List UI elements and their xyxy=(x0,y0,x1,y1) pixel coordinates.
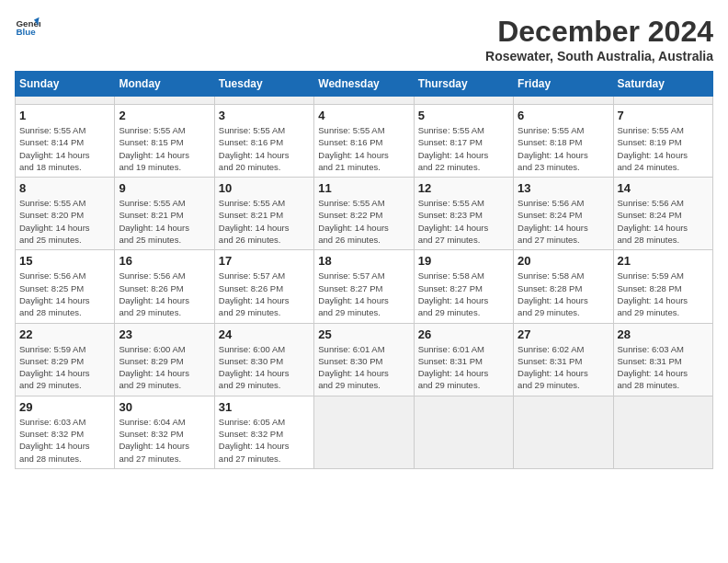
col-tuesday: Tuesday xyxy=(214,72,313,97)
day-detail: Sunrise: 5:57 AMSunset: 8:26 PMDaylight:… xyxy=(219,270,310,318)
day-number: 16 xyxy=(119,254,210,268)
calendar-row: 22Sunrise: 5:59 AMSunset: 8:29 PMDayligh… xyxy=(16,323,713,396)
header-row: Sunday Monday Tuesday Wednesday Thursday… xyxy=(16,72,713,97)
day-detail: Sunrise: 6:00 AMSunset: 8:29 PMDaylight:… xyxy=(119,343,210,392)
day-number: 21 xyxy=(618,254,709,268)
table-row: 26Sunrise: 6:01 AMSunset: 8:31 PMDayligh… xyxy=(414,323,513,396)
table-row: 27Sunrise: 6:02 AMSunset: 8:31 PMDayligh… xyxy=(514,323,613,396)
table-row: 23Sunrise: 6:00 AMSunset: 8:29 PMDayligh… xyxy=(115,323,214,396)
table-row: 9Sunrise: 5:55 AMSunset: 8:21 PMDaylight… xyxy=(115,178,214,250)
table-row xyxy=(115,97,214,105)
day-number: 9 xyxy=(119,181,210,195)
day-detail: Sunrise: 5:55 AMSunset: 8:23 PMDaylight:… xyxy=(418,197,509,246)
day-number: 19 xyxy=(418,254,509,268)
day-number: 14 xyxy=(618,181,709,195)
svg-text:Blue: Blue xyxy=(16,27,36,37)
calendar-row xyxy=(16,97,713,105)
table-row: 10Sunrise: 5:55 AMSunset: 8:21 PMDayligh… xyxy=(214,178,313,250)
table-row xyxy=(414,396,513,468)
table-row xyxy=(414,97,513,105)
table-row: 19Sunrise: 5:58 AMSunset: 8:27 PMDayligh… xyxy=(414,250,513,323)
logo: General Blue xyxy=(15,15,40,40)
table-row: 13Sunrise: 5:56 AMSunset: 8:24 PMDayligh… xyxy=(514,178,613,250)
day-number: 26 xyxy=(418,327,509,341)
col-sunday: Sunday xyxy=(16,72,115,97)
table-row: 4Sunrise: 5:55 AMSunset: 8:16 PMDaylight… xyxy=(314,105,414,178)
day-detail: Sunrise: 6:03 AMSunset: 8:31 PMDaylight:… xyxy=(618,343,709,392)
table-row: 31Sunrise: 6:05 AMSunset: 8:32 PMDayligh… xyxy=(214,396,313,468)
table-row: 12Sunrise: 5:55 AMSunset: 8:23 PMDayligh… xyxy=(414,178,513,250)
day-number: 2 xyxy=(119,109,210,122)
day-detail: Sunrise: 6:01 AMSunset: 8:31 PMDaylight:… xyxy=(418,343,509,392)
table-row: 14Sunrise: 5:56 AMSunset: 8:24 PMDayligh… xyxy=(613,178,712,250)
col-friday: Friday xyxy=(514,72,613,97)
day-detail: Sunrise: 5:57 AMSunset: 8:27 PMDaylight:… xyxy=(318,270,409,318)
col-thursday: Thursday xyxy=(414,72,513,97)
table-row: 22Sunrise: 5:59 AMSunset: 8:29 PMDayligh… xyxy=(16,323,115,396)
calendar-row: 29Sunrise: 6:03 AMSunset: 8:32 PMDayligh… xyxy=(16,396,713,468)
table-row xyxy=(613,97,712,105)
logo-icon: General Blue xyxy=(15,15,40,40)
table-row: 11Sunrise: 5:55 AMSunset: 8:22 PMDayligh… xyxy=(314,178,414,250)
table-row: 25Sunrise: 6:01 AMSunset: 8:30 PMDayligh… xyxy=(314,323,414,396)
day-number: 8 xyxy=(19,181,110,195)
day-number: 7 xyxy=(618,109,709,122)
col-monday: Monday xyxy=(115,72,214,97)
day-number: 6 xyxy=(518,109,609,122)
day-detail: Sunrise: 5:55 AMSunset: 8:21 PMDaylight:… xyxy=(119,197,210,246)
day-detail: Sunrise: 5:56 AMSunset: 8:24 PMDaylight:… xyxy=(518,197,609,246)
day-number: 20 xyxy=(518,254,609,268)
table-row: 16Sunrise: 5:56 AMSunset: 8:26 PMDayligh… xyxy=(115,250,214,323)
table-row: 18Sunrise: 5:57 AMSunset: 8:27 PMDayligh… xyxy=(314,250,414,323)
day-detail: Sunrise: 5:56 AMSunset: 8:24 PMDaylight:… xyxy=(618,197,709,246)
calendar-table: Sunday Monday Tuesday Wednesday Thursday… xyxy=(15,71,713,469)
day-number: 23 xyxy=(119,327,210,341)
day-detail: Sunrise: 5:55 AMSunset: 8:17 PMDaylight:… xyxy=(418,124,509,173)
table-row xyxy=(613,396,712,468)
day-detail: Sunrise: 6:01 AMSunset: 8:30 PMDaylight:… xyxy=(318,343,409,392)
table-row xyxy=(314,97,414,105)
day-number: 12 xyxy=(418,181,509,195)
day-detail: Sunrise: 5:56 AMSunset: 8:25 PMDaylight:… xyxy=(19,270,110,318)
day-detail: Sunrise: 5:55 AMSunset: 8:22 PMDaylight:… xyxy=(318,197,409,246)
day-detail: Sunrise: 6:00 AMSunset: 8:30 PMDaylight:… xyxy=(219,343,310,392)
day-number: 30 xyxy=(119,400,210,414)
day-number: 1 xyxy=(19,109,110,122)
day-number: 31 xyxy=(219,400,310,414)
day-number: 4 xyxy=(318,109,409,122)
month-title: December 2024 xyxy=(485,15,713,49)
day-number: 22 xyxy=(19,327,110,341)
table-row: 8Sunrise: 5:55 AMSunset: 8:20 PMDaylight… xyxy=(16,178,115,250)
calendar-row: 1Sunrise: 5:55 AMSunset: 8:14 PMDaylight… xyxy=(16,105,713,178)
day-number: 29 xyxy=(19,400,110,414)
day-detail: Sunrise: 6:02 AMSunset: 8:31 PMDaylight:… xyxy=(518,343,609,392)
day-detail: Sunrise: 5:58 AMSunset: 8:27 PMDaylight:… xyxy=(418,270,509,318)
day-number: 27 xyxy=(518,327,609,341)
day-number: 24 xyxy=(219,327,310,341)
day-number: 3 xyxy=(219,109,310,122)
day-detail: Sunrise: 5:59 AMSunset: 8:29 PMDaylight:… xyxy=(19,343,110,392)
day-detail: Sunrise: 5:59 AMSunset: 8:28 PMDaylight:… xyxy=(618,270,709,318)
day-detail: Sunrise: 5:55 AMSunset: 8:14 PMDaylight:… xyxy=(19,124,110,173)
title-block: December 2024 Rosewater, South Australia… xyxy=(485,15,713,63)
table-row: 3Sunrise: 5:55 AMSunset: 8:16 PMDaylight… xyxy=(214,105,313,178)
table-row: 2Sunrise: 5:55 AMSunset: 8:15 PMDaylight… xyxy=(115,105,214,178)
day-number: 28 xyxy=(618,327,709,341)
day-detail: Sunrise: 5:55 AMSunset: 8:15 PMDaylight:… xyxy=(119,124,210,173)
location-subtitle: Rosewater, South Australia, Australia xyxy=(485,49,713,63)
day-number: 15 xyxy=(19,254,110,268)
day-number: 11 xyxy=(318,181,409,195)
table-row: 20Sunrise: 5:58 AMSunset: 8:28 PMDayligh… xyxy=(514,250,613,323)
table-row: 1Sunrise: 5:55 AMSunset: 8:14 PMDaylight… xyxy=(16,105,115,178)
day-number: 5 xyxy=(418,109,509,122)
page-header: General Blue December 2024 Rosewater, So… xyxy=(15,15,713,63)
day-number: 13 xyxy=(518,181,609,195)
table-row: 6Sunrise: 5:55 AMSunset: 8:18 PMDaylight… xyxy=(514,105,613,178)
day-detail: Sunrise: 5:55 AMSunset: 8:21 PMDaylight:… xyxy=(219,197,310,246)
table-row: 24Sunrise: 6:00 AMSunset: 8:30 PMDayligh… xyxy=(214,323,313,396)
col-saturday: Saturday xyxy=(613,72,712,97)
table-row xyxy=(314,396,414,468)
table-row xyxy=(16,97,115,105)
table-row: 5Sunrise: 5:55 AMSunset: 8:17 PMDaylight… xyxy=(414,105,513,178)
col-wednesday: Wednesday xyxy=(314,72,414,97)
